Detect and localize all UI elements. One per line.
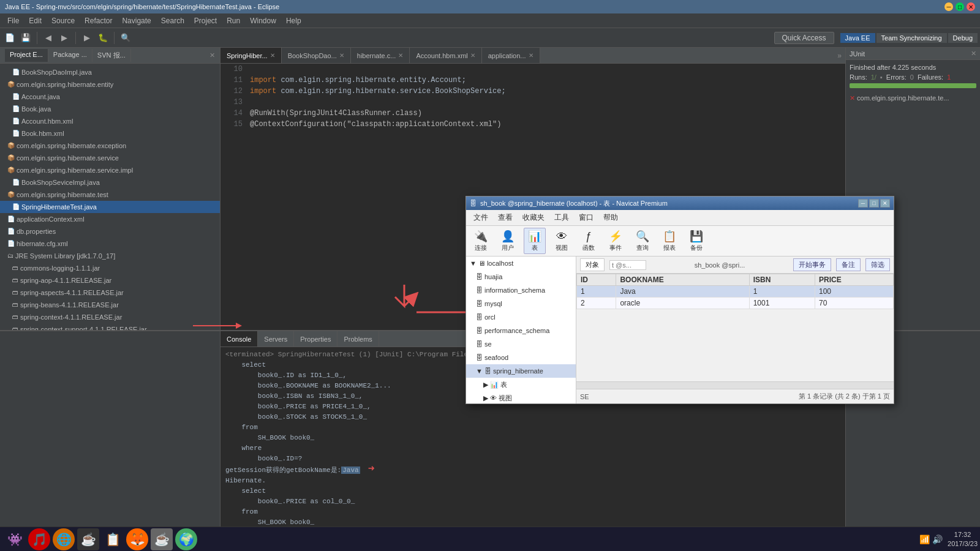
navicat-filter-btn[interactable]: 筛选: [865, 258, 890, 271]
debug-perspective[interactable]: Debug: [948, 33, 978, 43]
team-sync-perspective[interactable]: Team Synchronizing: [876, 33, 947, 43]
navicat-horizontal-scrollbar[interactable]: [576, 381, 894, 389]
navicat-menu-tools[interactable]: 工具: [549, 211, 574, 224]
navicat-menu-favorites[interactable]: 收藏夹: [518, 211, 549, 224]
editor-tab-hibernate[interactable]: hibernate.c... ✕: [351, 48, 410, 63]
navicat-close-btn[interactable]: ✕: [880, 199, 890, 208]
java-ee-perspective[interactable]: Java EE: [840, 33, 875, 43]
menu-navigate[interactable]: Navigate: [117, 15, 156, 26]
tree-item[interactable]: 📄 Book.java: [0, 103, 220, 115]
tree-item[interactable]: 🗃 commons-logging-1.1.1.jar: [0, 262, 220, 274]
taskbar-icon-alien[interactable]: 👾: [4, 528, 26, 550]
tree-item[interactable]: 🗃 spring-context-4.1.1.RELEASE.jar: [0, 311, 220, 323]
editor-tab-application[interactable]: application... ✕: [482, 48, 540, 63]
navicat-tree-se[interactable]: 🗄 se: [466, 337, 576, 351]
servers-tab[interactable]: Servers: [258, 331, 294, 347]
quick-access-button[interactable]: Quick Access: [774, 32, 834, 44]
navicat-menu-view[interactable]: 查看: [493, 211, 518, 224]
col-header-id[interactable]: ID: [577, 274, 616, 286]
editor-tab-spring-hibernate[interactable]: SpringHiber... ✕: [221, 48, 282, 63]
taskbar-icon-firefox[interactable]: 🦊: [126, 528, 148, 550]
tab-close-icon[interactable]: ✕: [470, 52, 475, 59]
tree-item[interactable]: 📄 Account.hbm.xml: [0, 115, 220, 127]
panel-close[interactable]: ✕: [209, 51, 215, 59]
tree-item[interactable]: 📄 applicationContext.xml: [0, 213, 220, 225]
navicat-start-transaction-btn[interactable]: 开始事务: [793, 258, 831, 271]
table-row[interactable]: 2 oracle 1001 70: [577, 298, 894, 309]
tree-item[interactable]: 📦 com.elgin.spring.hibernate.service: [0, 152, 220, 164]
navicat-tree-localhost[interactable]: ▼ 🖥 localhost: [466, 257, 576, 270]
tree-item[interactable]: 🗃 spring-aop-4.1.1.RELEASE.jar: [0, 274, 220, 287]
tree-item[interactable]: 🗃 spring-context-support-4.1.1.RELEASE.j…: [0, 323, 220, 330]
navicat-func-btn[interactable]: ƒ 函数: [578, 229, 600, 253]
menu-refactor[interactable]: Refactor: [80, 15, 117, 26]
search-btn[interactable]: 🔍: [118, 31, 133, 45]
editor-tab-bookshop[interactable]: BookShopDao... ✕: [282, 48, 351, 63]
tree-item[interactable]: 📦 com.elgin.spring.hibernate.test: [0, 189, 220, 201]
console-tab[interactable]: Console: [221, 331, 258, 347]
tab-close-icon[interactable]: ✕: [529, 52, 533, 59]
table-row[interactable]: 1 Java 1 100: [577, 286, 894, 298]
new-btn[interactable]: 📄: [2, 31, 17, 45]
navicat-tree-mysql[interactable]: 🗄 mysql: [466, 297, 576, 310]
menu-window[interactable]: Window: [245, 15, 281, 26]
navicat-tree-spring-hibernate[interactable]: ▼ 🗄 spring_hibernate: [466, 364, 576, 378]
minimize-button[interactable]: ─: [944, 2, 953, 11]
debug-btn[interactable]: 🐛: [96, 31, 110, 45]
forward-btn[interactable]: ▶: [57, 31, 72, 45]
navicat-table-btn[interactable]: 📊 表: [524, 228, 546, 254]
navicat-view-btn[interactable]: 👁 视图: [551, 229, 573, 253]
navicat-search-input[interactable]: [609, 260, 646, 270]
more-tabs-icon[interactable]: »: [834, 51, 845, 60]
tab-close-icon[interactable]: ✕: [398, 52, 403, 59]
navicat-connect-btn[interactable]: 🔌 连接: [470, 228, 492, 253]
navicat-note-btn[interactable]: 备注: [836, 258, 861, 271]
navicat-user-btn[interactable]: 👤 用户: [497, 228, 519, 253]
close-button[interactable]: ✕: [967, 2, 975, 11]
tree-item[interactable]: 📄 hibernate.cfg.xml: [0, 238, 220, 250]
menu-help[interactable]: Help: [281, 15, 306, 26]
svn-tab[interactable]: SVN 报...: [92, 49, 131, 62]
menu-file[interactable]: File: [2, 15, 24, 26]
navicat-tree-view[interactable]: ▶ 👁 视图: [466, 391, 576, 403]
tree-item[interactable]: 🗃 spring-aspects-4.1.1.RELEASE.jar: [0, 287, 220, 299]
run-btn[interactable]: ▶: [80, 31, 94, 45]
tree-item[interactable]: 📦 com.elgin.spring.hibernate.entity: [0, 78, 220, 91]
junit-close-icon[interactable]: ✕: [971, 50, 976, 58]
navicat-tree-huajia[interactable]: 🗄 huajia: [466, 270, 576, 283]
tree-item-exception[interactable]: 📦 com.elgin.spring.hibernate.exception: [0, 140, 220, 152]
project-explorer-tab[interactable]: Project E...: [5, 49, 48, 62]
navicat-menu-window[interactable]: 窗口: [574, 211, 598, 224]
properties-tab[interactable]: Properties: [294, 331, 337, 347]
navicat-tree-information[interactable]: 🗄 information_schema: [466, 283, 576, 297]
navicat-tree-orcl[interactable]: 🗄 orcl: [466, 310, 576, 324]
taskbar-icon-clipboard[interactable]: 📋: [102, 528, 124, 550]
tab-close-icon[interactable]: ✕: [339, 52, 344, 59]
tree-item-selected[interactable]: 📄 SpringHibernateTest.java: [0, 201, 220, 213]
navicat-tree-table[interactable]: ▶ 📊 表: [466, 378, 576, 391]
navicat-objects-tab[interactable]: 对象: [580, 258, 605, 271]
taskbar-icon-coffee[interactable]: ☕: [151, 528, 173, 550]
navicat-tree-seafood[interactable]: 🗄 seafood: [466, 351, 576, 364]
tree-item[interactable]: 📄 BookShopDaoImpl.java: [0, 66, 220, 78]
navicat-report-btn[interactable]: 📋 报表: [658, 228, 680, 253]
junit-item[interactable]: ✕ com.elgin.spring.hibernate.te...: [850, 93, 976, 103]
taskbar-icon-music[interactable]: 🎵: [28, 528, 50, 550]
tree-item[interactable]: 🗂 JRE System Library [jdk1.7.0_17]: [0, 250, 220, 262]
navicat-backup-btn[interactable]: 💾 备份: [685, 228, 707, 253]
navicat-menu-help[interactable]: 帮助: [598, 211, 623, 224]
editor-tab-account[interactable]: Account.hbm.xml ✕: [410, 48, 481, 63]
col-header-price[interactable]: PRICE: [815, 274, 893, 286]
navicat-min-btn[interactable]: ─: [858, 199, 868, 208]
tree-item[interactable]: 📦 com.elgin.spring.hibernate.service.imp…: [0, 164, 220, 176]
menu-edit[interactable]: Edit: [24, 15, 47, 26]
problems-tab[interactable]: Problems: [337, 331, 379, 347]
menu-source[interactable]: Source: [47, 15, 80, 26]
tree-item[interactable]: 🗃 spring-beans-4.1.1.RELEASE.jar: [0, 299, 220, 311]
package-explorer-tab[interactable]: Package ...: [48, 49, 92, 62]
back-btn[interactable]: ◀: [41, 31, 56, 45]
save-btn[interactable]: 💾: [18, 31, 33, 45]
tree-item[interactable]: 📄 db.properties: [0, 225, 220, 238]
navicat-event-btn[interactable]: ⚡ 事件: [605, 228, 627, 253]
tree-item[interactable]: 📄 BookShopSeviceImpl.java: [0, 176, 220, 189]
